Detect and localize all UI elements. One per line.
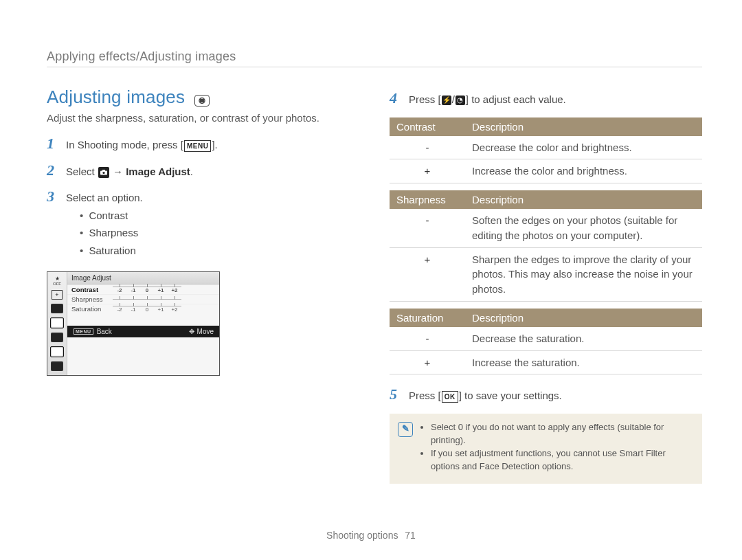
step-5-text-pre: Press [ <box>409 390 441 401</box>
mode-p-icon <box>194 95 210 107</box>
step-number: 1 <box>47 136 59 151</box>
table-row: +Increase the saturation. <box>390 350 702 374</box>
sym-cell: - <box>390 209 465 247</box>
step-4-slash: / <box>452 93 455 105</box>
lcd-row-label: Sharpness <box>71 295 109 303</box>
sym-cell: + <box>390 350 465 374</box>
svg-point-3 <box>102 171 104 173</box>
lcd-row-label: Saturation <box>71 305 109 313</box>
lcd-sidebar-icon <box>51 304 63 313</box>
th-description: Description <box>465 190 702 209</box>
note-list: Select 0 if you do not want to apply any… <box>421 421 693 474</box>
lcd-header: Image Adjust <box>67 272 219 284</box>
lcd-footer: MENUBack ✥Move <box>67 326 219 337</box>
th-sharpness: Sharpness <box>390 190 465 209</box>
step-4: 4 Press [⚡/◔] to adjust each value. <box>390 91 702 108</box>
step-2-text-pre: Select <box>66 166 98 177</box>
table-row: -Decrease the color and brightness. <box>390 136 702 159</box>
divider <box>47 67 702 67</box>
step-3: 3 Select an option. Contrast Sharpness S… <box>47 189 359 260</box>
step-number: 4 <box>390 91 402 106</box>
step-1-text-pre: In Shooting mode, press [ <box>66 139 183 150</box>
desc-cell: Decrease the saturation. <box>465 327 702 350</box>
lcd-sidebar-icon <box>51 361 63 371</box>
step-2-arrow: → <box>110 166 126 177</box>
table-row: +Increase the color and brightness. <box>390 159 702 183</box>
step-3-bullets: Contrast Sharpness Saturation <box>80 208 359 259</box>
step-5: 5 Press [OK] to save your settings. <box>390 387 702 404</box>
sym-cell: - <box>390 136 465 159</box>
lcd-sidebar-icon <box>50 317 64 328</box>
table-row: -Decrease the saturation. <box>390 327 702 350</box>
bullet-contrast: Contrast <box>80 208 359 224</box>
page-subtitle: Adjust the sharpness, saturation, or con… <box>47 112 359 124</box>
lcd-footer-move-icon: ✥ <box>189 328 194 335</box>
page-footer: Shooting options 71 <box>0 530 742 541</box>
right-column: 4 Press [⚡/◔] to adjust each value. Cont… <box>390 87 702 484</box>
lcd-row-sharpness: Sharpness <box>67 294 219 304</box>
sharpness-table: SharpnessDescription -Soften the edges o… <box>390 190 702 302</box>
flash-icon: ⚡ <box>442 96 451 105</box>
desc-cell: Sharpen the edges to improve the clarity… <box>465 247 702 301</box>
camera-icon <box>98 167 109 178</box>
step-1-text-post: ]. <box>212 139 217 150</box>
th-saturation: Saturation <box>390 309 465 327</box>
lcd-row-label: Contrast <box>71 286 109 293</box>
note-item: Select 0 if you do not want to apply any… <box>431 421 693 447</box>
table-row: +Sharpen the edges to improve the clarit… <box>390 247 702 301</box>
th-contrast: Contrast <box>390 117 465 136</box>
lcd-screenshot: ★OFF + Image Adjust Contrast -2 <box>47 271 220 376</box>
step-2: 2 Select → Image Adjust. <box>47 163 359 180</box>
step-number: 3 <box>47 189 59 204</box>
desc-cell: Increase the color and brightness. <box>465 159 702 183</box>
note-item: If you set adjustment functions, you can… <box>431 447 693 473</box>
menu-button-icon: MENU <box>184 140 211 152</box>
desc-cell: Soften the edges on your photos (suitabl… <box>465 209 702 247</box>
lcd-scale <box>113 299 181 300</box>
note-box: ✎ Select 0 if you do not want to apply a… <box>390 414 702 484</box>
step-5-text-post: ] to save your settings. <box>459 390 562 401</box>
step-1: 1 In Shooting mode, press [MENU]. <box>47 136 359 153</box>
note-icon: ✎ <box>398 422 413 437</box>
saturation-table: SaturationDescription -Decrease the satu… <box>390 309 702 375</box>
th-description: Description <box>465 117 702 136</box>
bullet-sharpness: Sharpness <box>80 225 359 241</box>
sym-cell: - <box>390 327 465 350</box>
lcd-sidebar-plus-icon: + <box>52 290 63 300</box>
lcd-sidebar-off-icon: ★OFF <box>53 276 61 286</box>
lcd-sidebar-icon <box>50 346 64 357</box>
sym-cell: + <box>390 247 465 301</box>
lcd-sidebar: ★OFF + <box>47 272 67 375</box>
sym-cell: + <box>390 159 465 183</box>
lcd-footer-back-label: Back <box>97 328 112 335</box>
table-row: -Soften the edges on your photos (suitab… <box>390 209 702 247</box>
step-4-text-pre: Press [ <box>409 93 441 105</box>
lcd-row-contrast: Contrast -2 -1 0 +1 +2 <box>67 284 219 294</box>
step-2-text-post: . <box>190 166 193 177</box>
page-title: Adjusting images <box>47 87 185 108</box>
left-column: Adjusting images Adjust the sharpness, s… <box>47 87 359 484</box>
svg-rect-1 <box>200 99 204 102</box>
lcd-sidebar-icon <box>51 333 63 342</box>
breadcrumb: Applying effects/Adjusting images <box>47 49 702 64</box>
step-number: 5 <box>390 387 402 402</box>
th-description: Description <box>465 309 702 327</box>
desc-cell: Increase the saturation. <box>465 350 702 374</box>
step-number: 2 <box>47 163 59 178</box>
footer-page-number: 71 <box>405 530 416 541</box>
contrast-table: ContrastDescription -Decrease the color … <box>390 117 702 184</box>
lcd-scale: -2 -1 0 +1 +2 <box>113 287 181 293</box>
svg-rect-4 <box>102 170 105 171</box>
bullet-saturation: Saturation <box>80 243 359 259</box>
step-4-text-post: ] to adjust each value. <box>466 93 566 105</box>
footer-section: Shooting options <box>326 530 398 541</box>
lcd-scale: -2 -1 0 +1 +2 <box>113 306 181 313</box>
desc-cell: Decrease the color and brightness. <box>465 136 702 159</box>
lcd-row-saturation: Saturation -2 -1 0 +1 +2 <box>67 304 219 313</box>
lcd-footer-menu-icon: MENU <box>74 328 93 335</box>
step-3-text: Select an option. <box>66 192 143 203</box>
step-2-bold: Image Adjust <box>126 166 190 177</box>
timer-icon: ◔ <box>456 96 465 105</box>
lcd-footer-move-label: Move <box>197 328 214 335</box>
ok-button-icon: OK <box>442 391 458 403</box>
